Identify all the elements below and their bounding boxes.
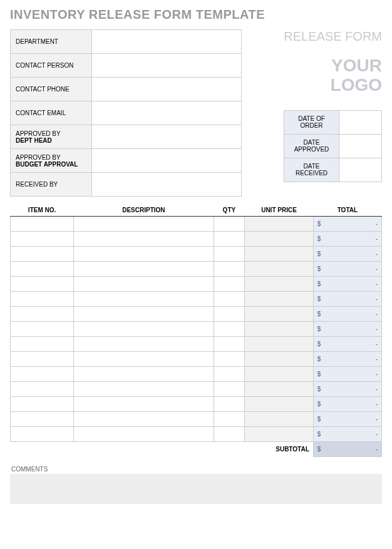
qty-cell[interactable] bbox=[214, 382, 245, 397]
qty-cell[interactable] bbox=[214, 262, 245, 277]
description-cell[interactable] bbox=[74, 352, 214, 367]
unit-price-cell[interactable] bbox=[245, 322, 314, 337]
received-by-label: RECEIVED BY bbox=[11, 173, 92, 197]
received-by-input[interactable] bbox=[91, 173, 241, 197]
item-no-cell[interactable] bbox=[11, 217, 74, 232]
unit-price-cell[interactable] bbox=[245, 292, 314, 307]
item-no-cell[interactable] bbox=[11, 277, 74, 292]
contact-person-input[interactable] bbox=[91, 54, 241, 78]
unit-price-cell[interactable] bbox=[245, 397, 314, 412]
item-no-cell[interactable] bbox=[11, 337, 74, 352]
header-unit-price: UNIT PRICE bbox=[245, 204, 314, 217]
qty-cell[interactable] bbox=[214, 217, 245, 232]
date-order-input[interactable] bbox=[339, 110, 382, 134]
contact-person-label: CONTACT PERSON bbox=[11, 54, 92, 78]
unit-price-cell[interactable] bbox=[245, 277, 314, 292]
department-input[interactable] bbox=[91, 30, 241, 54]
item-no-cell[interactable] bbox=[11, 367, 74, 382]
release-form-label: RELEASE FORM bbox=[284, 29, 382, 44]
table-row: $- bbox=[11, 262, 382, 277]
total-cell: $- bbox=[313, 277, 381, 292]
item-no-cell[interactable] bbox=[11, 322, 74, 337]
description-cell[interactable] bbox=[74, 412, 214, 427]
table-row: $- bbox=[11, 367, 382, 382]
unit-price-cell[interactable] bbox=[245, 427, 314, 442]
item-no-cell[interactable] bbox=[11, 307, 74, 322]
description-cell[interactable] bbox=[74, 247, 214, 262]
item-no-cell[interactable] bbox=[11, 232, 74, 247]
item-no-cell[interactable] bbox=[11, 427, 74, 442]
table-row: $- bbox=[11, 337, 382, 352]
unit-price-cell[interactable] bbox=[245, 352, 314, 367]
qty-cell[interactable] bbox=[214, 322, 245, 337]
approved-budget-input[interactable] bbox=[91, 149, 241, 173]
table-row: $- bbox=[11, 382, 382, 397]
description-cell[interactable] bbox=[74, 382, 214, 397]
description-cell[interactable] bbox=[74, 427, 214, 442]
unit-price-cell[interactable] bbox=[245, 367, 314, 382]
contact-phone-input[interactable] bbox=[91, 78, 241, 101]
total-cell: $- bbox=[313, 322, 381, 337]
unit-price-cell[interactable] bbox=[245, 337, 314, 352]
total-cell: $- bbox=[313, 232, 381, 247]
contact-phone-label: CONTACT PHONE bbox=[11, 78, 92, 101]
approved-dept-input[interactable] bbox=[91, 125, 241, 149]
unit-price-cell[interactable] bbox=[245, 262, 314, 277]
item-no-cell[interactable] bbox=[11, 412, 74, 427]
item-no-cell[interactable] bbox=[11, 382, 74, 397]
unit-price-cell[interactable] bbox=[245, 307, 314, 322]
comments-input[interactable] bbox=[10, 474, 382, 504]
description-cell[interactable] bbox=[74, 217, 214, 232]
description-cell[interactable] bbox=[74, 322, 214, 337]
qty-cell[interactable] bbox=[214, 352, 245, 367]
unit-price-cell[interactable] bbox=[245, 217, 314, 232]
qty-cell[interactable] bbox=[214, 337, 245, 352]
description-cell[interactable] bbox=[74, 307, 214, 322]
qty-cell[interactable] bbox=[214, 232, 245, 247]
total-cell: $- bbox=[313, 292, 381, 307]
header-description: DESCRIPTION bbox=[74, 204, 214, 217]
total-cell: $- bbox=[313, 262, 381, 277]
qty-cell[interactable] bbox=[214, 367, 245, 382]
total-cell: $- bbox=[313, 382, 381, 397]
description-cell[interactable] bbox=[74, 367, 214, 382]
header-item-no: ITEM NO. bbox=[11, 204, 74, 217]
table-row: $- bbox=[11, 292, 382, 307]
description-cell[interactable] bbox=[74, 337, 214, 352]
qty-cell[interactable] bbox=[214, 307, 245, 322]
unit-price-cell[interactable] bbox=[245, 247, 314, 262]
qty-cell[interactable] bbox=[214, 247, 245, 262]
item-no-cell[interactable] bbox=[11, 292, 74, 307]
table-row: $- bbox=[11, 397, 382, 412]
total-cell: $- bbox=[313, 217, 381, 232]
unit-price-cell[interactable] bbox=[245, 382, 314, 397]
description-cell[interactable] bbox=[74, 292, 214, 307]
description-cell[interactable] bbox=[74, 277, 214, 292]
item-no-cell[interactable] bbox=[11, 352, 74, 367]
total-cell: $- bbox=[313, 247, 381, 262]
unit-price-cell[interactable] bbox=[245, 412, 314, 427]
approved-dept-label: APPROVED BY DEPT HEAD bbox=[11, 125, 92, 149]
date-approved-input[interactable] bbox=[339, 134, 382, 158]
date-received-input[interactable] bbox=[339, 158, 382, 182]
total-cell: $- bbox=[313, 397, 381, 412]
qty-cell[interactable] bbox=[214, 427, 245, 442]
table-row: $- bbox=[11, 412, 382, 427]
qty-cell[interactable] bbox=[214, 292, 245, 307]
date-table: DATE OF ORDER DATE APPROVED DATE RECEIVE… bbox=[284, 110, 382, 182]
department-label: DEPARTMENT bbox=[11, 30, 92, 54]
total-cell: $- bbox=[313, 412, 381, 427]
item-no-cell[interactable] bbox=[11, 247, 74, 262]
qty-cell[interactable] bbox=[214, 412, 245, 427]
approved-budget-label: APPROVED BY BUDGET APPROVAL bbox=[11, 149, 92, 173]
description-cell[interactable] bbox=[74, 397, 214, 412]
contact-email-input[interactable] bbox=[91, 101, 241, 125]
description-cell[interactable] bbox=[74, 232, 214, 247]
item-no-cell[interactable] bbox=[11, 397, 74, 412]
qty-cell[interactable] bbox=[214, 397, 245, 412]
qty-cell[interactable] bbox=[214, 277, 245, 292]
description-cell[interactable] bbox=[74, 262, 214, 277]
info-table: DEPARTMENT CONTACT PERSON CONTACT PHONE … bbox=[10, 29, 242, 197]
item-no-cell[interactable] bbox=[11, 262, 74, 277]
unit-price-cell[interactable] bbox=[245, 232, 314, 247]
